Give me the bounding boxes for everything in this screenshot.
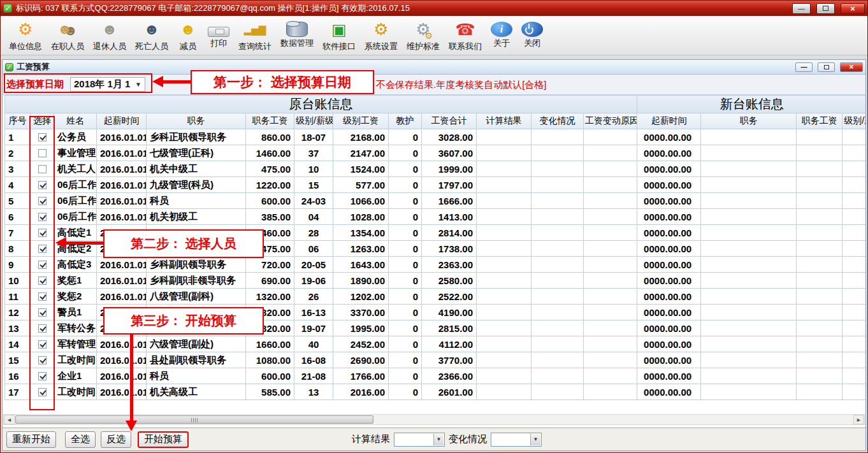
cell bbox=[701, 145, 797, 161]
cell: 600.00 bbox=[246, 368, 294, 384]
column-header: 姓名 bbox=[54, 113, 97, 129]
step1-highlight-rect bbox=[4, 73, 152, 93]
panel-restore-button[interactable] bbox=[818, 62, 835, 72]
toolbar-button-label: 查询统计 bbox=[238, 41, 271, 52]
toolbar-button-label: 数据管理 bbox=[280, 38, 314, 49]
column-header: 级别/薪级 bbox=[294, 113, 333, 129]
scrollbar-thumb[interactable] bbox=[15, 415, 373, 424]
cell bbox=[584, 368, 637, 384]
toolbar-button-reduce-staff[interactable]: 减员 bbox=[173, 17, 203, 54]
cell: 0 bbox=[389, 352, 422, 368]
column-header: 职务 bbox=[147, 113, 246, 129]
calc-result-select[interactable]: ▼ bbox=[394, 433, 445, 447]
change-status-select[interactable]: ▼ bbox=[491, 433, 542, 447]
cell: 0000.00.00 bbox=[637, 336, 701, 352]
table-row: 1公务员2016.01.01乡科正职领导职务860.0018-072168.00… bbox=[5, 129, 866, 145]
cell: 2814.00 bbox=[422, 225, 477, 241]
table-row: 11奖惩22016.01.01八级管理(副科)1320.00261202.000… bbox=[5, 289, 866, 305]
cell bbox=[701, 352, 797, 368]
cell: 3 bbox=[5, 161, 31, 177]
group-header-new: 新台账信息 bbox=[637, 96, 865, 113]
cell: 11 bbox=[5, 289, 31, 305]
cell: 28 bbox=[294, 225, 333, 241]
toolbar-button-deceased-staff[interactable]: 死亡人员 bbox=[131, 17, 173, 54]
cell: 4112.00 bbox=[422, 336, 477, 352]
panel-minimize-button[interactable]: — bbox=[795, 62, 813, 72]
close-button[interactable]: × bbox=[841, 3, 865, 14]
toolbar-button-about[interactable]: 关于 bbox=[486, 17, 517, 54]
cell bbox=[532, 368, 584, 384]
cell bbox=[584, 209, 637, 225]
cell: 16-13 bbox=[294, 305, 333, 320]
toolbar-button-data-manage[interactable]: 数据管理 bbox=[276, 17, 318, 54]
scroll-left-button[interactable]: ◄ bbox=[4, 415, 15, 424]
cell: 公务员 bbox=[54, 129, 97, 145]
cell: 机关工人 bbox=[54, 161, 97, 177]
toolbar-button-unit-info[interactable]: 单位信息 bbox=[4, 17, 47, 54]
toolbar-button-active-staff[interactable]: 在职人员 bbox=[47, 17, 89, 54]
cell: 0000.00.00 bbox=[637, 161, 701, 177]
panel-close-button[interactable]: × bbox=[840, 62, 863, 72]
cell: 20-05 bbox=[294, 257, 333, 273]
cell bbox=[701, 289, 797, 305]
result-filter-group: 计算结果 ▼ 变化情况 ▼ bbox=[352, 433, 542, 447]
cell bbox=[843, 384, 865, 400]
cell bbox=[532, 352, 584, 368]
cell bbox=[843, 257, 865, 273]
cell: 10 bbox=[5, 273, 31, 289]
cell bbox=[797, 336, 843, 352]
table-row: 17工改时间2016.01.01机关高级工585.00132016.000260… bbox=[5, 384, 866, 400]
step3-arrow-line bbox=[130, 334, 133, 421]
restore-button[interactable] bbox=[816, 3, 835, 14]
column-header: 变化情况 bbox=[532, 113, 584, 129]
cell: 1460.00 bbox=[246, 145, 294, 161]
cell: 1660.00 bbox=[246, 336, 294, 352]
toolbar-button-label: 退休人员 bbox=[93, 41, 126, 52]
column-header: 计算结果 bbox=[477, 113, 532, 129]
panel-titlebar: ✓ 工资预算 — × bbox=[3, 60, 865, 75]
cell bbox=[532, 177, 584, 193]
table-row: 14军转管理2016.01.01六级管理(副处)1660.00402452.00… bbox=[5, 336, 866, 352]
table-row: 2事业管理2016.01.01七级管理(正科)1460.00372147.000… bbox=[5, 145, 866, 161]
cell bbox=[843, 273, 865, 289]
toolbar-button-print[interactable]: 打印 bbox=[203, 17, 234, 54]
toolbar-button-retired-staff[interactable]: 退休人员 bbox=[89, 17, 131, 54]
cell: 2016.01.01 bbox=[97, 161, 147, 177]
step3-arrow-icon bbox=[126, 421, 137, 431]
cell: 0000.00.00 bbox=[637, 193, 701, 209]
maintenance-gear-icon bbox=[412, 18, 434, 40]
cell: 1999.00 bbox=[422, 161, 477, 177]
cell: 16 bbox=[5, 368, 31, 384]
cell bbox=[797, 352, 843, 368]
cell: 17 bbox=[5, 384, 31, 400]
column-header: 职务 bbox=[701, 113, 797, 129]
cell: 1738.00 bbox=[422, 241, 477, 257]
cell bbox=[843, 305, 865, 320]
invert-selection-button[interactable]: 反选 bbox=[101, 431, 131, 448]
cell bbox=[584, 177, 637, 193]
cell: 1066.00 bbox=[333, 193, 389, 209]
cell: 0000.00.00 bbox=[637, 129, 701, 145]
cell: 0 bbox=[389, 273, 422, 289]
toolbar-button-software-api[interactable]: 软件接口 bbox=[318, 17, 360, 54]
toolbar-button-system-settings[interactable]: 系统设置 bbox=[360, 17, 402, 54]
toolbar-button-contact-us[interactable]: 联系我们 bbox=[444, 17, 486, 54]
cell: 0000.00.00 bbox=[637, 305, 701, 320]
restart-button[interactable]: 重新开始 bbox=[6, 431, 56, 448]
cell: 0000.00.00 bbox=[637, 368, 701, 384]
select-all-button[interactable]: 全选 bbox=[65, 431, 96, 448]
cell: 0 bbox=[389, 129, 422, 145]
cell bbox=[797, 129, 843, 145]
toolbar-button-query-stats[interactable]: 查询统计 bbox=[234, 17, 276, 54]
cell: 10 bbox=[294, 161, 333, 177]
start-budget-button[interactable]: 开始预算 bbox=[138, 431, 189, 448]
scroll-right-button[interactable]: ► bbox=[853, 415, 864, 424]
toolbar-button-label: 单位信息 bbox=[9, 41, 42, 52]
cell: 2016.01.01 bbox=[97, 177, 147, 193]
toolbar-button-maintain-standard[interactable]: 维护标准 bbox=[402, 17, 444, 54]
toolbar-button-close-app[interactable]: 关闭 bbox=[517, 17, 547, 54]
cell bbox=[584, 352, 637, 368]
minimize-button[interactable]: — bbox=[792, 3, 811, 14]
budget-notice-text: 不会保存结果.年度考核奖自动默认[合格] bbox=[376, 79, 547, 91]
step1-arrow-line bbox=[162, 80, 191, 83]
